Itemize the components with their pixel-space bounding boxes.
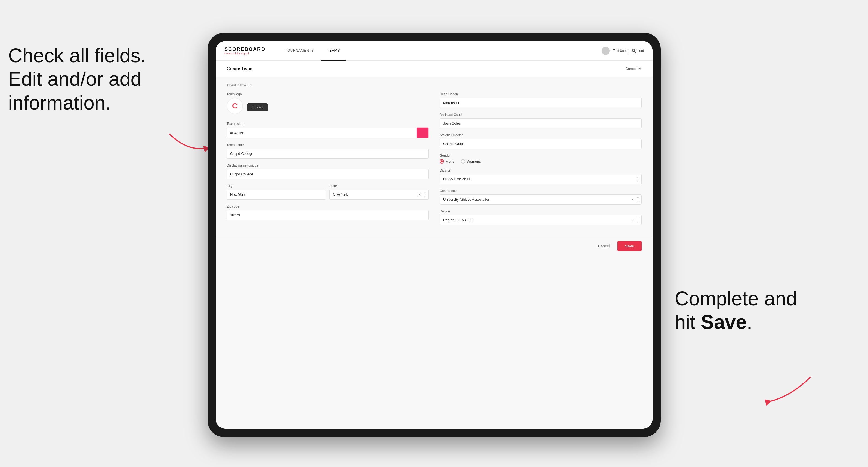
assistant-coach-input[interactable]: [440, 118, 642, 128]
user-info: Test User |: [613, 49, 628, 53]
state-group: State New York ✕ ⌃⌄: [329, 184, 429, 199]
close-icon[interactable]: ✕: [638, 66, 642, 71]
logo-row: C Upload: [227, 98, 429, 117]
sign-out-link[interactable]: Sign out: [632, 49, 644, 53]
save-button[interactable]: Save: [617, 241, 642, 251]
city-state-group: City State New York ✕: [227, 184, 429, 199]
annotation-right: Complete and hit Save.: [675, 287, 797, 334]
conference-label: Conference: [440, 189, 642, 193]
assistant-coach-label: Assistant Coach: [440, 113, 642, 117]
mens-radio-icon[interactable]: [440, 159, 444, 164]
conference-select[interactable]: University Athletic Association: [440, 194, 642, 205]
team-colour-label: Team colour: [227, 122, 429, 126]
logo-letter: C: [232, 102, 238, 110]
division-label: Division: [440, 168, 642, 172]
zip-label: Zip code: [227, 205, 429, 208]
team-colour-group: Team colour: [227, 122, 429, 138]
user-avatar: [601, 47, 610, 55]
athletic-director-label: Athletic Director: [440, 133, 642, 137]
head-coach-input[interactable]: [440, 98, 642, 108]
athletic-director-input[interactable]: [440, 139, 642, 149]
division-group: Division NCAA Division III ⌃⌄: [440, 168, 642, 184]
form-title: Create Team: [227, 66, 253, 71]
right-column: Head Coach Assistant Coach Athletic Dire…: [440, 92, 642, 230]
conference-clear-icon[interactable]: ✕: [631, 198, 634, 201]
womens-radio-icon[interactable]: [461, 159, 465, 164]
assistant-coach-group: Assistant Coach: [440, 113, 642, 128]
city-group: City: [227, 184, 326, 199]
gender-group: Gender Mens Womens: [440, 154, 642, 164]
team-logo-group: Team logo C Upload: [227, 92, 429, 117]
upload-button[interactable]: Upload: [247, 103, 268, 112]
team-logo-label: Team logo: [227, 92, 429, 96]
region-label: Region: [440, 210, 642, 213]
display-name-input[interactable]: [227, 169, 429, 179]
state-select[interactable]: New York: [329, 190, 429, 199]
tablet-frame: SCOREBOARD Powered by clippd TOURNAMENTS…: [208, 33, 661, 437]
brand-sub: Powered by clippd: [224, 52, 266, 55]
display-name-group: Display name (unique): [227, 164, 429, 179]
city-label: City: [227, 184, 326, 188]
athletic-director-group: Athletic Director: [440, 133, 642, 149]
cancel-top[interactable]: Cancel ✕: [625, 66, 642, 71]
region-select[interactable]: Region II - (M) DIII: [440, 215, 642, 225]
section-title: TEAM DETAILS: [227, 84, 642, 87]
gender-radio-group: Mens Womens: [440, 159, 642, 164]
cancel-button[interactable]: Cancel: [594, 241, 614, 251]
state-clear-icon[interactable]: ✕: [418, 193, 421, 197]
left-column: Team logo C Upload Team colour: [227, 92, 429, 230]
team-name-label: Team name: [227, 143, 429, 147]
brand-name: SCOREBOARD: [224, 46, 266, 52]
two-col-layout: Team logo C Upload Team colour: [227, 92, 642, 230]
nav-links: TOURNAMENTS TEAMS: [279, 41, 601, 61]
region-group: Region Region II - (M) DIII ✕ ⌃⌄: [440, 210, 642, 225]
division-select[interactable]: NCAA Division III: [440, 174, 642, 184]
navbar: SCOREBOARD Powered by clippd TOURNAMENTS…: [216, 41, 653, 61]
nav-tournaments[interactable]: TOURNAMENTS: [279, 41, 320, 61]
conference-select-wrapper: University Athletic Association ✕ ⌃⌄: [440, 194, 642, 205]
zip-code-group: Zip code: [227, 205, 429, 220]
team-name-group: Team name: [227, 143, 429, 159]
zip-input[interactable]: [227, 210, 429, 220]
color-swatch[interactable]: [417, 127, 429, 138]
gender-mens[interactable]: Mens: [440, 159, 454, 164]
logo-placeholder: C: [227, 98, 243, 114]
content-area: Create Team Cancel ✕ TEAM DETAILS Team l…: [216, 61, 653, 429]
city-input[interactable]: [227, 190, 326, 199]
brand: SCOREBOARD Powered by clippd: [224, 46, 266, 55]
conference-group: Conference University Athletic Associati…: [440, 189, 642, 205]
annotation-left: Check all fields. Edit and/or add inform…: [8, 44, 146, 115]
gender-womens[interactable]: Womens: [461, 159, 481, 164]
head-coach-group: Head Coach: [440, 92, 642, 108]
region-clear-icon[interactable]: ✕: [631, 218, 634, 222]
form-body: TEAM DETAILS Team logo C Upload: [216, 77, 653, 237]
head-coach-label: Head Coach: [440, 92, 642, 96]
form-header: Create Team Cancel ✕: [216, 61, 653, 77]
nav-teams[interactable]: TEAMS: [320, 41, 346, 61]
state-select-wrapper: New York ✕ ⌃⌄: [329, 190, 429, 199]
state-label: State: [329, 184, 429, 188]
city-state-row: City State New York ✕: [227, 184, 429, 199]
form-footer: Cancel Save: [216, 237, 653, 255]
team-colour-input[interactable]: [227, 128, 417, 138]
division-select-wrapper: NCAA Division III ⌃⌄: [440, 174, 642, 184]
tablet-screen: SCOREBOARD Powered by clippd TOURNAMENTS…: [216, 41, 653, 429]
region-select-wrapper: Region II - (M) DIII ✕ ⌃⌄: [440, 215, 642, 225]
gender-label: Gender: [440, 154, 642, 158]
navbar-right: Test User | Sign out: [601, 47, 644, 55]
color-input-row: [227, 127, 429, 138]
team-name-input[interactable]: [227, 149, 429, 159]
arrow-right-icon: [764, 374, 813, 407]
display-name-label: Display name (unique): [227, 164, 429, 167]
